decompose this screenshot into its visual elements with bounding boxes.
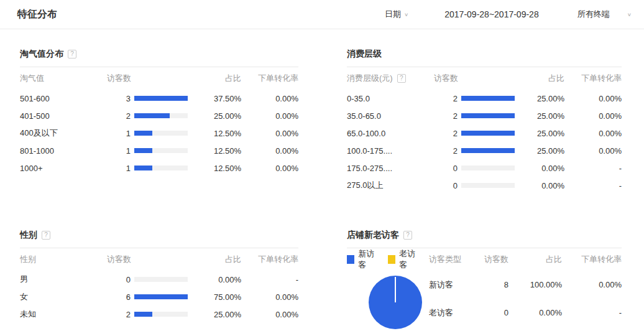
row-conversion: 0.00%: [241, 292, 298, 302]
row-visitors: 1: [107, 129, 131, 138]
panel-taoqi-distribution: 淘气值分布 ? 淘气值 访客数 占比 下单转化率 501-600 3 37.50…: [20, 48, 298, 194]
row-label: 401-500: [20, 111, 107, 121]
chart-legend: 新访客 老访客: [347, 248, 429, 271]
row-conversion: 0.00%: [241, 94, 298, 103]
table-row: 400及以下 1 12.50% 0.00%: [20, 124, 298, 142]
row-visitors: 0: [107, 275, 131, 284]
table-header: 消费层级(元) ? 访客数 占比 下单转化率: [347, 67, 622, 90]
row-visitors: 0: [434, 181, 458, 190]
pie-chart-new-visitors-slice[interactable]: [369, 276, 422, 329]
column-header-conversion: 下单转化率: [241, 73, 298, 84]
row-visitors: 2: [434, 111, 458, 121]
row-share: 25.00%: [517, 111, 564, 121]
row-share: 12.50%: [190, 164, 241, 173]
row-visitors: 0: [434, 164, 458, 173]
column-header-share: 占比: [508, 254, 562, 265]
column-header-conversion: 下单转化率: [562, 254, 622, 265]
row-conversion: 0.00%: [564, 111, 622, 121]
column-header-share: 占比: [517, 73, 564, 84]
row-share: 25.00%: [517, 94, 564, 103]
table-header: 性别 访客数 占比 下单转化率: [20, 248, 298, 271]
panel-gender: 性别 ? 性别 访客数 占比 下单转化率 男 0 0.00% - 女 6 75.…: [20, 229, 298, 329]
row-conversion: -: [562, 308, 622, 317]
bar-fill: [461, 113, 515, 118]
column-header-share: 占比: [190, 73, 241, 84]
bar-chart-cell: [458, 166, 517, 170]
page-title: 特征分布: [17, 8, 57, 21]
panel-title: 淘气值分布: [20, 49, 63, 60]
row-share: 37.50%: [190, 94, 241, 103]
bar-chart-cell: [458, 113, 517, 118]
bar-chart-cell: [458, 131, 517, 136]
row-label: 100.0-175....: [347, 146, 434, 156]
row-share: 25.00%: [517, 146, 564, 156]
column-header-visitors: 访客数: [434, 73, 517, 84]
row-visitors: 3: [107, 94, 131, 103]
bar-fill: [134, 131, 152, 136]
row-share: 25.00%: [190, 310, 241, 319]
table-row: 0-35.0 2 25.00% 0.00%: [347, 90, 622, 107]
date-range-picker[interactable]: 2017-09-28~2017-09-28: [444, 9, 538, 19]
column-header-label-text: 消费层级(元): [347, 73, 393, 84]
panel-title-row: 店铺新老访客 ?: [347, 229, 622, 241]
bar-chart-cell: [458, 148, 517, 153]
table-header: 淘气值 访客数 占比 下单转化率: [20, 67, 298, 90]
panel-title-row: 消费层级: [347, 48, 622, 60]
pie-chart-area: 新访客 老访客: [347, 248, 429, 329]
bar-fill: [134, 148, 152, 153]
row-share: 0.00%: [190, 275, 241, 284]
table-row: 新访客 8 100.00% 0.00%: [429, 271, 622, 299]
help-icon[interactable]: ?: [403, 231, 412, 240]
row-share: 25.00%: [517, 129, 564, 138]
legend-label: 老访客: [399, 248, 420, 271]
column-header-visitors: 访客数: [107, 73, 190, 84]
column-header-label: 性别: [20, 254, 107, 265]
row-label: 175.0-275....: [347, 164, 434, 173]
row-visitors: 2: [107, 310, 131, 319]
legend-item-new-visitors[interactable]: 新访客: [347, 248, 379, 271]
row-label: 801-1000: [20, 146, 107, 156]
table-row: 未知 2 25.00% 0.00%: [20, 306, 298, 323]
date-mode-dropdown[interactable]: 日期 ∨: [385, 9, 408, 20]
table-row: 男 0 0.00% -: [20, 271, 298, 288]
table-row: 女 6 75.00% 0.00%: [20, 288, 298, 306]
row-visitors: 6: [107, 292, 131, 302]
row-visitors: 2: [434, 94, 458, 103]
row-label: 老访客: [429, 307, 480, 319]
row-conversion: 0.00%: [562, 280, 622, 289]
legend-swatch-blue: [347, 255, 354, 264]
panel-title-row: 性别 ?: [20, 229, 298, 241]
row-label: 0-35.0: [347, 94, 434, 103]
bar-chart-cell: [458, 96, 517, 101]
bar-fill: [134, 166, 152, 170]
row-label: 1000+: [20, 164, 107, 173]
bar-fill: [461, 148, 515, 153]
row-label: 65.0-100.0: [347, 129, 434, 138]
bar-chart-cell: [131, 96, 190, 101]
legend-item-old-visitors[interactable]: 老访客: [388, 248, 420, 271]
table-row: 100.0-175.... 2 25.00% 0.00%: [347, 142, 622, 159]
help-icon[interactable]: ?: [42, 231, 50, 240]
row-label: 新访客: [429, 279, 480, 291]
row-visitors: 0: [480, 308, 508, 317]
table-row: 801-1000 1 12.50% 0.00%: [20, 142, 298, 159]
row-visitors: 1: [107, 164, 131, 173]
row-share: 100.00%: [508, 280, 562, 289]
bar-fill: [134, 96, 188, 101]
row-visitors: 2: [434, 146, 458, 156]
bar-chart-cell: [131, 294, 190, 299]
visitors-table: 访客类型 访客数 占比 下单转化率 新访客 8 100.00% 0.00% 老访…: [429, 248, 622, 329]
help-icon[interactable]: ?: [397, 74, 406, 83]
column-header-type: 访客类型: [429, 254, 480, 265]
row-share: 0.00%: [517, 164, 564, 173]
row-conversion: 0.00%: [564, 94, 622, 103]
table-row: 65.0-100.0 2 25.00% 0.00%: [347, 124, 622, 142]
row-visitors: 8: [480, 280, 508, 289]
help-icon[interactable]: ?: [68, 50, 76, 58]
terminal-label: 所有终端: [577, 9, 610, 20]
column-header-visitors: 访客数: [107, 254, 190, 265]
table-row: 501-600 3 37.50% 0.00%: [20, 90, 298, 107]
row-conversion: 0.00%: [241, 129, 298, 138]
row-label: 未知: [20, 309, 107, 320]
terminal-dropdown[interactable]: 所有终端 ∨: [577, 9, 632, 20]
